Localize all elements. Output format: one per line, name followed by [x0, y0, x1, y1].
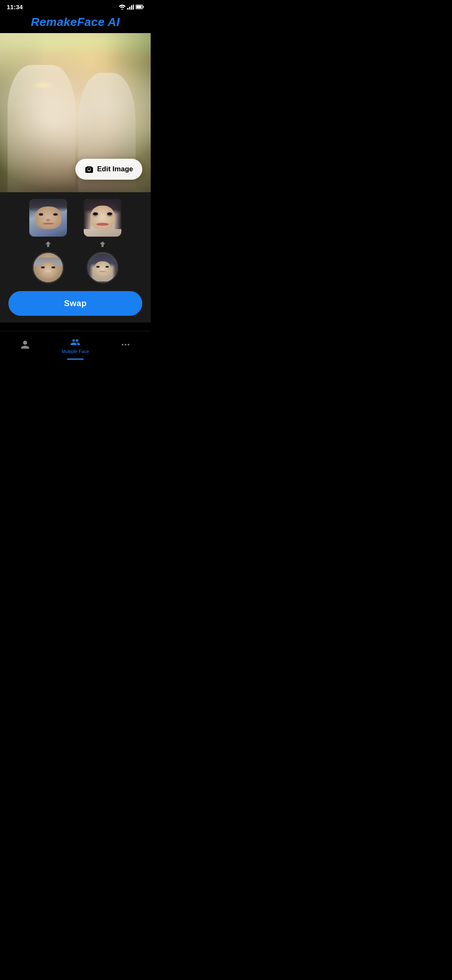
- multiple-face-label: Multiple Face: [62, 349, 89, 354]
- avatar-female[interactable]: [87, 252, 118, 284]
- person-icon: [20, 340, 30, 350]
- spacer: [0, 322, 151, 331]
- edit-image-button[interactable]: Edit Image: [75, 159, 142, 180]
- main-image: Edit Image: [0, 33, 151, 192]
- status-time: 11:34: [7, 3, 23, 10]
- up-arrow-icon: [44, 240, 52, 248]
- svg-rect-3: [131, 5, 132, 10]
- svg-rect-2: [129, 7, 131, 10]
- status-icons: [119, 5, 144, 10]
- bottom-navigation: Multiple Face: [0, 331, 151, 362]
- up-arrow-icon-2: [98, 240, 107, 248]
- arrow-up-male: [44, 240, 52, 248]
- edit-image-label: Edit Image: [97, 165, 133, 173]
- nav-item-more[interactable]: [100, 338, 151, 353]
- swap-button[interactable]: Swap: [8, 291, 142, 316]
- svg-point-10: [128, 344, 129, 346]
- app-header: RemakeFace AI: [0, 12, 151, 33]
- group-icon: [70, 337, 80, 347]
- svg-rect-4: [133, 5, 134, 10]
- arrow-up-female: [98, 240, 107, 248]
- svg-rect-7: [136, 6, 142, 8]
- wifi-icon: [119, 5, 126, 10]
- svg-rect-6: [143, 6, 144, 8]
- nav-item-single-face[interactable]: [0, 338, 50, 353]
- avatar-male-face: [33, 253, 63, 282]
- face-swap-section: Swap: [0, 192, 151, 322]
- battery-icon: [136, 5, 144, 9]
- svg-point-9: [125, 344, 126, 346]
- face-pairs-container: [8, 199, 142, 284]
- face-pair-female: [84, 199, 121, 284]
- avatar-male[interactable]: [32, 252, 64, 284]
- app-title: RemakeFace AI: [7, 15, 144, 29]
- signal-icon: [127, 5, 134, 10]
- face-source-female[interactable]: [84, 199, 121, 237]
- svg-rect-1: [127, 8, 128, 10]
- more-icon: [121, 340, 131, 350]
- svg-point-0: [122, 8, 123, 10]
- avatar-female-face: [88, 253, 117, 282]
- camera-icon: [85, 165, 94, 174]
- face-source-male[interactable]: [29, 199, 67, 237]
- face-pair-male: [29, 199, 67, 284]
- nav-item-multiple-face[interactable]: Multiple Face: [50, 335, 100, 356]
- svg-point-8: [122, 344, 123, 346]
- status-bar: 11:34: [0, 0, 151, 12]
- crown-glow: [30, 81, 55, 89]
